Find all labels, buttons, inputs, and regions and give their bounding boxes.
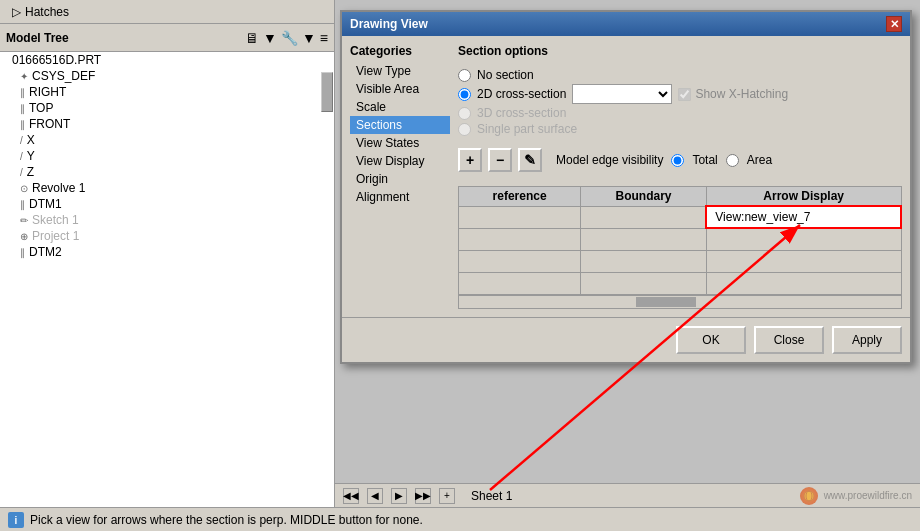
sheet-label: Sheet 1 — [471, 489, 512, 503]
tree-item-revolve[interactable]: ⊙ Revolve 1 — [0, 180, 334, 196]
dialog-body: Categories View Type Visible Area Scale … — [342, 36, 910, 317]
categories-label: Categories — [350, 44, 450, 58]
tree-label-top: TOP — [29, 101, 53, 115]
show-xhatch-row: Show X-Hatching — [678, 87, 788, 101]
category-alignment[interactable]: Alignment — [350, 188, 450, 206]
edge-total-label: Total — [692, 153, 717, 167]
tree-scrollbar-handle[interactable] — [321, 72, 333, 112]
model-tree-icon-3[interactable]: 🔧 — [281, 30, 298, 46]
category-visible-area[interactable]: Visible Area — [350, 80, 450, 98]
sheet-navigation-bar: ◀◀ ◀ ▶ ▶▶ + Sheet 1 www.proewildfire.cn — [335, 483, 920, 507]
sheet-last-button[interactable]: ▶▶ — [415, 488, 431, 504]
dialog-close-button[interactable]: ✕ — [886, 16, 902, 32]
tree-item-csys[interactable]: ✦ CSYS_DEF — [0, 68, 334, 84]
cell-arrow-display[interactable]: View:new_view_7 — [706, 206, 901, 228]
tree-icon-sketch1: ✏ — [20, 215, 28, 226]
cross-section-dropdown[interactable] — [572, 84, 672, 104]
tree-item-prt[interactable]: 01666516D.PRT — [0, 52, 334, 68]
edge-area-radio[interactable] — [726, 154, 739, 167]
tree-item-z[interactable]: / Z — [0, 164, 334, 180]
svg-text:i: i — [15, 515, 18, 526]
model-tree-icon-5[interactable]: ≡ — [320, 30, 328, 46]
model-tree-title: Model Tree — [6, 31, 69, 45]
col-arrow-display: Arrow Display — [706, 187, 901, 207]
sheet-first-button[interactable]: ◀◀ — [343, 488, 359, 504]
radio-3d-cross-input[interactable] — [458, 107, 471, 120]
tree-item-top[interactable]: ∥ TOP — [0, 100, 334, 116]
logo-site-text: www.proewildfire.cn — [824, 490, 912, 501]
tree-icon-dtm2: ∥ — [20, 247, 25, 258]
category-origin[interactable]: Origin — [350, 170, 450, 188]
tree-label-y: Y — [27, 149, 35, 163]
model-tree-header: Model Tree 🖥 ▼ 🔧 ▼ ≡ — [0, 24, 334, 52]
model-tree-icon-2[interactable]: ▼ — [263, 30, 277, 46]
dialog-footer: OK Close Apply — [342, 317, 910, 362]
category-view-display[interactable]: View Display — [350, 152, 450, 170]
tree-icon-y: / — [20, 151, 23, 162]
tree-item-right[interactable]: ∥ RIGHT — [0, 84, 334, 100]
left-panel: ▷ Hatches Model Tree 🖥 ▼ 🔧 ▼ ≡ 01666516D… — [0, 0, 335, 531]
category-scale[interactable]: Scale — [350, 98, 450, 116]
section-table-container: reference Boundary Arrow Display View:ne… — [458, 182, 902, 309]
dialog-titlebar: Drawing View ✕ — [342, 12, 910, 36]
add-section-button[interactable]: + — [458, 148, 482, 172]
radio-2d-cross[interactable]: 2D cross-section Show X-Hatching — [458, 84, 902, 104]
radio-single-part-input[interactable] — [458, 123, 471, 136]
tree-label-sketch1: Sketch 1 — [32, 213, 79, 227]
edge-total-radio[interactable] — [671, 154, 684, 167]
model-tree-icon-4[interactable]: ▼ — [302, 30, 316, 46]
section-radio-group: No section 2D cross-section Show X-Hatch… — [458, 68, 902, 136]
cell-boundary — [581, 206, 707, 228]
tree-item-y[interactable]: / Y — [0, 148, 334, 164]
sheet-next-button[interactable]: ▶ — [391, 488, 407, 504]
tree-label-z: Z — [27, 165, 34, 179]
table-row-empty-2 — [459, 250, 902, 272]
tree-icon-top: ∥ — [20, 103, 25, 114]
remove-section-button[interactable]: − — [488, 148, 512, 172]
tree-label-revolve: Revolve 1 — [32, 181, 85, 195]
radio-no-section[interactable]: No section — [458, 68, 902, 82]
close-button[interactable]: Close — [754, 326, 824, 354]
tree-icon-project1: ⊕ — [20, 231, 28, 242]
show-xhatch-checkbox[interactable] — [678, 88, 691, 101]
tree-label-right: RIGHT — [29, 85, 66, 99]
tree-icon-right: ∥ — [20, 87, 25, 98]
col-reference: reference — [459, 187, 581, 207]
category-sections[interactable]: Sections — [350, 116, 450, 134]
tree-item-dtm2[interactable]: ∥ DTM2 — [0, 244, 334, 260]
radio-2d-cross-input[interactable] — [458, 88, 471, 101]
category-view-states[interactable]: View States — [350, 134, 450, 152]
model-edge-row: Model edge visibility Total Area — [556, 153, 772, 167]
content-panel: Section options No section 2D cross-sect… — [458, 44, 902, 309]
tree-icon-front: ∥ — [20, 119, 25, 130]
apply-button[interactable]: Apply — [832, 326, 902, 354]
drawing-view-dialog: Drawing View ✕ Categories View Type Visi… — [340, 10, 912, 364]
tree-item-dtm1[interactable]: ∥ DTM1 — [0, 196, 334, 212]
sheet-add-button[interactable]: + — [439, 488, 455, 504]
ok-button[interactable]: OK — [676, 326, 746, 354]
hatches-bar[interactable]: ▷ Hatches — [0, 0, 334, 24]
show-xhatch-label: Show X-Hatching — [695, 87, 788, 101]
cell-reference — [459, 206, 581, 228]
hatches-expand-icon[interactable]: ▷ — [12, 5, 21, 19]
table-row-empty-1 — [459, 228, 902, 250]
hatches-label: Hatches — [25, 5, 69, 19]
table-horizontal-scrollbar[interactable] — [458, 295, 902, 309]
section-options-label: Section options — [458, 44, 902, 58]
radio-single-part[interactable]: Single part surface — [458, 122, 902, 136]
model-tree-icon-1[interactable]: 🖥 — [245, 30, 259, 46]
edit-section-button[interactable]: ✎ — [518, 148, 542, 172]
tree-item-front[interactable]: ∥ FRONT — [0, 116, 334, 132]
status-bar: i Pick a view for arrows where the secti… — [0, 507, 920, 531]
model-tree-content[interactable]: 01666516D.PRT ✦ CSYS_DEF ∥ RIGHT ∥ TOP ∥… — [0, 52, 334, 531]
radio-no-section-input[interactable] — [458, 69, 471, 82]
table-row: View:new_view_7 — [459, 206, 902, 228]
tree-item-x[interactable]: / X — [0, 132, 334, 148]
tree-item-sketch1[interactable]: ✏ Sketch 1 — [0, 212, 334, 228]
tree-item-project1[interactable]: ⊕ Project 1 — [0, 228, 334, 244]
scrollbar-thumb[interactable] — [636, 297, 696, 307]
radio-no-section-label: No section — [477, 68, 534, 82]
category-view-type[interactable]: View Type — [350, 62, 450, 80]
sheet-prev-button[interactable]: ◀ — [367, 488, 383, 504]
radio-3d-cross[interactable]: 3D cross-section — [458, 106, 902, 120]
